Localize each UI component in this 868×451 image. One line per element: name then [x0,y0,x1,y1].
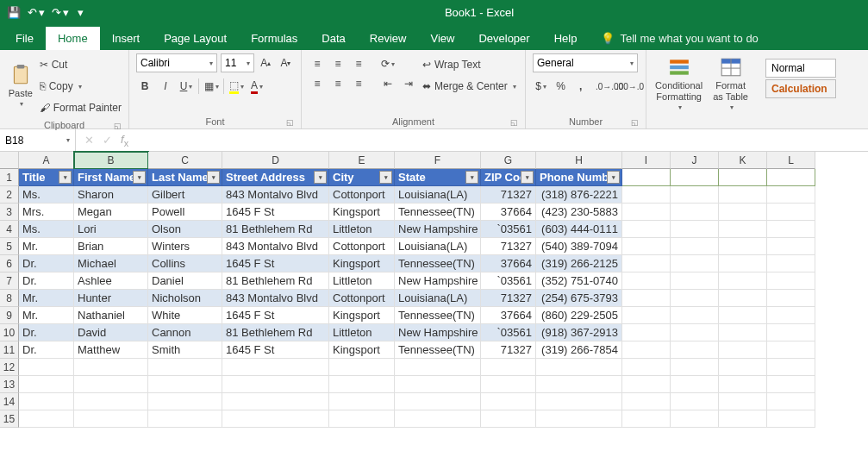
cell[interactable] [767,221,815,238]
cell[interactable] [719,307,767,324]
cell[interactable] [222,376,329,393]
cell[interactable]: Winters [148,238,222,255]
undo-button[interactable]: ↶▾ [28,6,45,19]
underline-button[interactable]: U▾ [178,78,195,95]
borders-button[interactable]: ▦▾ [203,78,220,95]
cell[interactable] [622,204,671,221]
cell[interactable] [767,410,815,428]
merge-center-button[interactable]: ⬌Merge & Center▾ [422,77,516,96]
fx-icon[interactable]: fx [121,133,128,148]
cell[interactable] [671,307,719,324]
cell[interactable]: 71327 [481,290,536,307]
cell[interactable]: Michael [74,255,148,272]
cell[interactable] [719,238,767,255]
row-header-6[interactable]: 6 [0,255,19,272]
align-center-button[interactable]: ≡ [329,75,347,92]
tab-formulas[interactable]: Formulas [239,27,309,50]
cell[interactable] [671,186,719,204]
cell[interactable] [222,393,329,410]
cell[interactable]: Cottonport [329,238,395,255]
cell[interactable]: New Hampshire [395,221,481,238]
cell[interactable] [74,359,148,376]
cell[interactable]: Mrs. [19,204,74,221]
cell[interactable]: David [74,324,148,341]
cell[interactable]: Louisiana(LA) [395,238,481,255]
table-header-last-name[interactable]: Last Name▾ [148,169,222,186]
cell[interactable] [767,290,815,307]
cell[interactable] [148,359,222,376]
cell[interactable]: Matthew [74,341,148,359]
cell[interactable] [622,307,671,324]
cell[interactable] [622,341,671,359]
filter-button[interactable]: ▾ [207,171,220,184]
cell[interactable] [536,410,622,428]
row-header-11[interactable]: 11 [0,341,19,359]
bold-button[interactable]: B [136,78,153,95]
table-header-street-address[interactable]: Street Address▾ [222,169,329,186]
style-calculation[interactable]: Calculation [765,79,836,98]
column-header-E[interactable]: E [329,152,395,169]
cell[interactable] [767,324,815,341]
cell[interactable]: Mr. [19,290,74,307]
cell[interactable]: Ms. [19,186,74,204]
cell[interactable] [671,410,719,428]
cell[interactable] [719,204,767,221]
cell[interactable] [671,359,719,376]
select-all-corner[interactable] [0,152,19,169]
cell[interactable]: 37664 [481,204,536,221]
cell[interactable]: (918) 367-2913 [536,324,622,341]
align-middle-button[interactable]: ≡ [329,55,347,72]
cell[interactable] [719,186,767,204]
cell[interactable]: Cottonport [329,290,395,307]
cell[interactable] [671,238,719,255]
tab-review[interactable]: Review [358,27,419,50]
cell[interactable]: 843 Montalvo Blvd [222,290,329,307]
cell[interactable]: Kingsport [329,255,395,272]
cell[interactable] [222,410,329,428]
copy-button[interactable]: ⎘Copy▾ [40,77,122,96]
cell[interactable]: (540) 389-7094 [536,238,622,255]
cell[interactable] [19,376,74,393]
column-header-B[interactable]: B [74,152,148,169]
row-header-13[interactable]: 13 [0,376,19,393]
cell[interactable] [719,410,767,428]
cell[interactable] [622,221,671,238]
align-left-button[interactable]: ≡ [309,75,326,92]
cell[interactable] [671,169,719,186]
cell[interactable]: (860) 229-2505 [536,307,622,324]
table-header-first-name[interactable]: First Name▾ [74,169,148,186]
cell[interactable] [767,376,815,393]
cell[interactable] [671,393,719,410]
table-header-zip-code[interactable]: ZIP Code▾ [481,169,536,186]
cell[interactable] [719,393,767,410]
cell[interactable]: Daniel [148,272,222,290]
cell[interactable] [329,410,395,428]
cell[interactable] [622,255,671,272]
cell[interactable] [536,376,622,393]
cell[interactable]: Mr. [19,307,74,324]
name-box[interactable]: B18▾ [0,129,76,151]
cell[interactable] [622,324,671,341]
cell[interactable] [671,255,719,272]
cell[interactable] [622,376,671,393]
cell[interactable] [671,290,719,307]
cell[interactable]: 81 Bethlehem Rd [222,324,329,341]
cell[interactable] [395,393,481,410]
filter-button[interactable]: ▾ [379,171,392,184]
cell[interactable] [19,410,74,428]
cell[interactable]: Cottonport [329,186,395,204]
tab-page-layout[interactable]: Page Layout [152,27,239,50]
filter-button[interactable]: ▾ [133,171,146,184]
redo-button[interactable]: ↷▾ [52,6,69,19]
cut-button[interactable]: ✂Cut [40,55,122,74]
cell[interactable] [671,324,719,341]
cell[interactable]: Dr. [19,272,74,290]
cell[interactable]: `03561 [481,272,536,290]
cell[interactable] [481,359,536,376]
cell[interactable]: 1645 F St [222,204,329,221]
cell[interactable]: Littleton [329,324,395,341]
cell[interactable] [622,410,671,428]
cell[interactable]: Hunter [74,290,148,307]
cell[interactable]: (319) 266-2125 [536,255,622,272]
italic-button[interactable]: I [157,78,174,95]
